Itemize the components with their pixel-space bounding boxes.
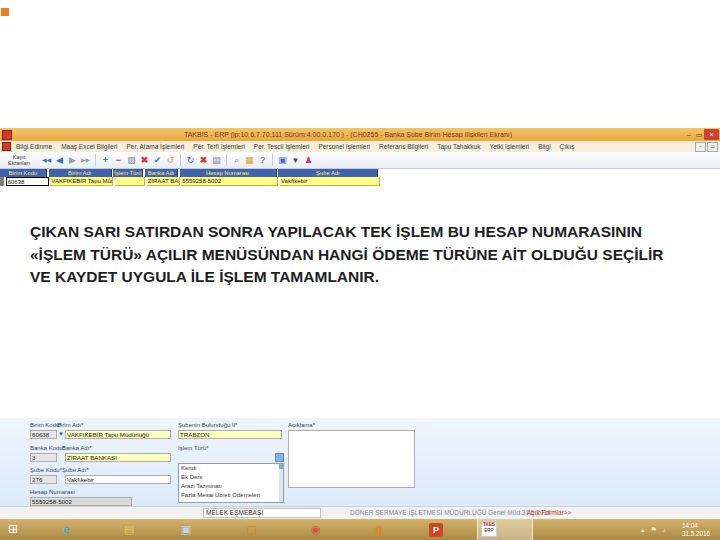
birim-adi-label: Birim Adı* (57, 422, 83, 428)
confirm-changes-icon[interactable]: ✔ (151, 153, 164, 168)
chrome-icon[interactable]: ◉ (304, 519, 328, 540)
sube-kodu-field[interactable]: 276 (30, 475, 57, 484)
subenin-il-field[interactable]: TRABZON (178, 430, 282, 439)
record-screens-label: Kayıt Ekranları (2, 154, 36, 166)
detail-form: Birim Kodu* Birim Adı* Şubenin Bulunduğu… (0, 418, 720, 506)
logged-in-user: MELEK EŞMEBAŞI (203, 508, 321, 518)
menu-item-terfi[interactable]: Per. Terfi İşlemleri (193, 143, 245, 150)
slide-accent-square (1, 8, 9, 16)
taskbar-clock[interactable]: 14:04 31.5.2016 (682, 522, 716, 538)
birim-kodu-dropdown-icon[interactable]: ▼ (58, 431, 64, 437)
display-settings-icon[interactable]: ▣ (174, 519, 198, 540)
screens-dropdown-icon[interactable]: ▾ (289, 153, 302, 168)
delete-record-icon[interactable]: − (112, 153, 125, 168)
menu-item-atama[interactable]: Per. Atama İşlemleri (127, 143, 185, 150)
screens-icon[interactable]: ▣ (276, 153, 289, 168)
menu-item-referans[interactable]: Referans Bilgileri (379, 143, 428, 150)
dropdown-option-fazla-mesai[interactable]: Fazla Mesai Ücreti Ödemeleri (179, 491, 283, 500)
minimize-button[interactable]: – (684, 129, 694, 140)
form-icon (2, 142, 11, 151)
menu-item-yetki[interactable]: Yetki İşlemleri (489, 143, 529, 150)
column-header-banka-adi[interactable]: Banka Adı (145, 169, 178, 177)
cell-hesap-numarasi[interactable]: 5559258-5002 (181, 177, 278, 186)
dropdown-option-kendi[interactable]: Kendi (179, 464, 283, 473)
column-header-sube-adi[interactable]: Şube Adı (278, 169, 378, 177)
save-icon[interactable]: ▤ (210, 153, 223, 168)
menu-item-bilgi[interactable]: Bilgi (538, 143, 550, 150)
window-title: TAKBİS - ERP (ip:10.6.7.70.111 Sürüm:4.0… (12, 131, 684, 138)
dropdown-option-arazi-tazminati[interactable]: Arazi Tazminatı (179, 482, 283, 491)
menu-item-bilgi-edinme[interactable]: Bilgi Edinme (16, 143, 52, 150)
taskbar-active-app[interactable]: TKBS ERP (477, 519, 533, 540)
menu-item-tapu-tahakkuk[interactable]: Tapu Tahakkuk (437, 143, 480, 150)
open-forms-link[interactable]: Açık Formlar>> (527, 507, 571, 519)
menu-item-maas-excel[interactable]: Maaş Excel Bilgileri (61, 143, 117, 150)
annotation-line-2: «İŞLEM TÜRÜ» AÇILIR MENÜSÜNDAN HANGİ ÖDE… (30, 244, 690, 267)
internet-explorer-icon[interactable]: e (54, 519, 78, 540)
islem-turu-combo-button[interactable] (275, 453, 284, 462)
islem-turu-dropdown-list: Kendi Ek Ders Arazi Tazminatı Fazla Mesa… (178, 463, 284, 503)
banka-kodu-label: Banka Kodu* (30, 445, 65, 451)
dropdown-option-ek-ders[interactable]: Ek Ders (179, 473, 283, 482)
column-header-islem-turu[interactable]: İşlem Türü (113, 169, 143, 177)
aciklama-textarea[interactable] (288, 430, 415, 488)
tray-volume-icon[interactable]: ♪ (663, 526, 667, 533)
edit-record-icon[interactable]: ▨ (125, 153, 138, 168)
menu-item-tescil[interactable]: Per. Tescil İşlemleri (254, 143, 310, 150)
child-restore-button[interactable]: ▭ (707, 142, 718, 152)
cell-banka-adi[interactable]: ZİRAAT BANKASI (147, 177, 180, 186)
birim-adi-field[interactable]: VAKFIKEBİR Tapu Müdürlüğü (65, 430, 171, 439)
grid-header-row: Birim Kodu Birim Adı İşlem Türü Banka Ad… (0, 169, 370, 177)
cell-birim-kodu[interactable]: 60638 (6, 177, 49, 186)
tray-show-hidden-icon[interactable]: ▴ (641, 526, 645, 533)
delete-all-icon[interactable]: ✖ (197, 153, 210, 168)
add-record-icon[interactable]: + (99, 153, 112, 168)
cell-islem-turu[interactable] (115, 177, 145, 186)
nav-next-icon[interactable]: ▶ (66, 153, 79, 168)
sube-adi-field[interactable]: Vakfıkebir (65, 475, 171, 484)
column-header-birim-adi[interactable]: Birim Adı (49, 169, 112, 177)
title-bar: TAKBİS - ERP (ip:10.6.7.70.111 Sürüm:4.0… (0, 128, 720, 141)
print-icon[interactable]: ▦ (243, 153, 256, 168)
menu-item-cikis[interactable]: Çıkış (560, 143, 575, 150)
column-header-hesap-numarasi[interactable]: Hesap Numarası (180, 169, 277, 177)
maximize-button[interactable]: ▭ (694, 129, 704, 140)
menu-bar: Bilgi Edinme Maaş Excel Bilgileri Per. A… (0, 141, 720, 152)
clock-date: 31.5.2016 (682, 530, 716, 538)
grid-data-row[interactable]: 60638 VAKFIKEBİR Tapu Müdürlüğü ZİRAAT B… (0, 177, 370, 185)
undo-icon[interactable]: ↺ (164, 153, 177, 168)
firefox-icon[interactable]: ◍ (367, 519, 391, 540)
islem-turu-label: İşlem Türü* (178, 445, 209, 451)
toolbar-separator (180, 154, 181, 166)
cancel-changes-icon[interactable]: ✖ (138, 153, 151, 168)
cell-birim-adi[interactable]: VAKFIKEBİR Tapu Müdürlüğü (50, 177, 113, 186)
presentation-slide: TAKBİS - ERP (ip:10.6.7.70.111 Sürüm:4.0… (0, 0, 720, 540)
dropdown-scroll-up-button[interactable] (279, 464, 283, 469)
hesap-numarasi-field[interactable]: 5559258-5002 (30, 497, 132, 506)
search-icon[interactable]: ⌕ (230, 153, 243, 168)
user-icon[interactable]: ♟ (302, 153, 315, 168)
start-button[interactable]: ⊞ (4, 519, 22, 540)
system-tray: ▴ ⚑ ♪ (641, 519, 670, 540)
menu-item-personel[interactable]: Personel İşlemleri (318, 143, 370, 150)
refresh-icon[interactable]: ↻ (184, 153, 197, 168)
close-button[interactable]: × (704, 129, 719, 140)
file-explorer-icon[interactable]: ▤ (117, 519, 141, 540)
help-icon[interactable]: ? (256, 153, 269, 168)
office-app-icon[interactable]: ▢ (240, 519, 264, 540)
dropdown-scrollbar[interactable] (279, 464, 283, 502)
banka-adi-field[interactable]: ZİRAAT BANKASI (65, 453, 171, 462)
nav-first-icon[interactable]: ◀◀ (40, 153, 53, 168)
tray-flag-icon[interactable]: ⚑ (650, 526, 656, 533)
banka-kodu-field[interactable]: 3 (30, 453, 57, 462)
subenin-il-label: Şubenin Bulunduğu İl* (178, 422, 237, 428)
child-minimize-button[interactable]: – (695, 142, 706, 152)
nav-prev-icon[interactable]: ◀ (53, 153, 66, 168)
cell-sube-adi[interactable]: Vakfıkebir (280, 177, 380, 186)
status-bar: MELEK EŞMEBAŞI DÖNER SERMAYE İŞLETMESİ M… (0, 506, 720, 519)
column-header-birim-kodu[interactable]: Birim Kodu (0, 169, 47, 177)
powerpoint-icon[interactable]: P (424, 519, 448, 540)
nav-last-icon[interactable]: ▶▶ (79, 153, 92, 168)
birim-kodu-field[interactable]: 60638 (30, 430, 57, 439)
row-selector (0, 177, 4, 186)
